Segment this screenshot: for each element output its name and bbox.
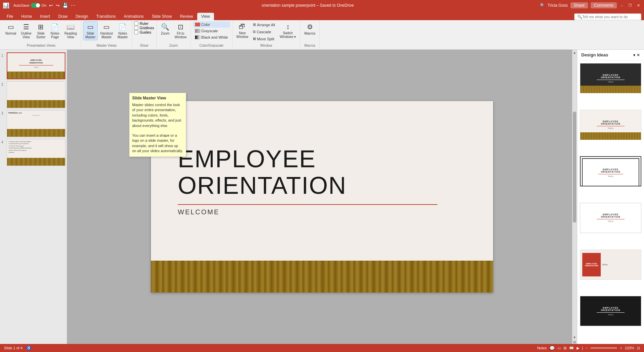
black-white-button[interactable]: Black and White xyxy=(193,34,230,40)
tab-transitions[interactable]: Transitions xyxy=(92,13,120,20)
slide-image-1[interactable]: EMPLOYEEORIENTATION TRICIA xyxy=(7,52,65,79)
guides-checkbox[interactable]: Guides xyxy=(134,30,154,34)
move-split-button[interactable]: ⊠ Move Split xyxy=(251,36,277,42)
notes-master-button[interactable]: 📄 NotesMaster xyxy=(116,21,130,40)
guides-check[interactable] xyxy=(134,30,138,34)
zoom-label: Zoom xyxy=(169,44,178,47)
slide-master-button[interactable]: ▭ SlideMaster xyxy=(83,21,98,40)
ruler-checkbox[interactable]: Ruler xyxy=(134,21,154,26)
slide-sorter-status-button[interactable]: ⊞ xyxy=(564,346,567,350)
notes-button[interactable]: Notes xyxy=(537,346,547,350)
design-card-4[interactable]: EMPLOYEEORIENTATION TRICIA xyxy=(580,203,641,233)
tooltip-title: Slide Master View xyxy=(132,96,183,100)
handout-master-button[interactable]: ▭ HandoutMaster xyxy=(98,21,115,40)
slide-image-4[interactable]: ▪ Employee Roles and Responsibilities ▪ … xyxy=(7,139,65,166)
tooltip-body-2: You can insert a shape or a logo on a sl… xyxy=(132,133,183,154)
slideshow-status-button[interactable]: ▶ xyxy=(577,346,579,350)
tab-animations[interactable]: Animations xyxy=(120,13,148,20)
design-card-1[interactable]: EMPLOYEEORIENTATION TRICIA xyxy=(580,63,641,93)
close-button[interactable]: ✕ xyxy=(636,3,641,8)
switch-windows-button[interactable]: ↕ SwitchWindows ▾ xyxy=(278,21,298,40)
comments-button[interactable]: Comments xyxy=(591,2,617,8)
dc4-line xyxy=(597,219,625,219)
tab-view[interactable]: View xyxy=(197,13,214,20)
design-card-5[interactable]: EMPLOYEEORIENTATION TRICIA xyxy=(580,250,641,280)
dc5-left: EMPLOYEEORIENTATION xyxy=(582,253,601,276)
design-panel-expand-icon[interactable]: ▾ xyxy=(633,53,635,57)
undo-icon[interactable]: ↩ xyxy=(49,3,53,8)
tab-home[interactable]: Home xyxy=(17,13,36,20)
slide-thumb-3[interactable]: 3 PARKDECK, LLC 🔧 Welcome xyxy=(1,110,65,137)
search-bar[interactable]: 🔍 xyxy=(574,13,641,20)
slide-thumb-2[interactable]: 2 xyxy=(1,81,65,108)
accessibility-icon[interactable]: ♿ xyxy=(26,346,31,350)
tab-review[interactable]: Review xyxy=(176,13,197,20)
share-button[interactable]: Share xyxy=(571,2,588,8)
zoom-slider[interactable] xyxy=(590,347,617,349)
slide-wood-footer xyxy=(151,261,493,293)
slide-image-3[interactable]: PARKDECK, LLC 🔧 Welcome xyxy=(7,110,65,137)
gridlines-check[interactable] xyxy=(134,26,138,30)
design-panel-close-button[interactable]: ✕ xyxy=(637,53,640,57)
slide-image-2[interactable] xyxy=(7,81,65,108)
design-card-3[interactable]: EMPLOYEEORIENTATION TRICIA xyxy=(580,156,641,186)
grayscale-button[interactable]: Grayscale xyxy=(193,28,230,34)
macros-button[interactable]: ⚙ Macros xyxy=(302,21,317,37)
slide-sorter-button[interactable]: ⊞ SlideSorter xyxy=(34,21,48,40)
reading-view-button[interactable]: 📖 ReadingView xyxy=(62,21,79,40)
slide-thumb-1[interactable]: 1 EMPLOYEEORIENTATION TRICIA xyxy=(1,52,65,79)
dc4-title: EMPLOYEEORIENTATION xyxy=(601,213,620,218)
restore-button[interactable]: ❐ xyxy=(627,3,633,8)
zoom-in-button[interactable]: + xyxy=(620,346,622,350)
tab-draw[interactable]: Draw xyxy=(54,13,71,20)
fit-to-window-button[interactable]: ⊡ Fit toWindow xyxy=(173,21,189,40)
zoom-level[interactable]: 103% xyxy=(625,346,634,350)
cascade-button[interactable]: ⧉ Cascade xyxy=(251,29,277,35)
tooltip-popup: Slide Master View Master slides control … xyxy=(129,93,186,157)
macros-label: Macros xyxy=(304,44,315,47)
normal-view-status-button[interactable]: ▭ xyxy=(557,346,561,350)
autosave-switch[interactable] xyxy=(31,3,40,8)
autosave-toggle[interactable]: AutoSave On xyxy=(13,3,46,8)
notes-page-button[interactable]: 📄 NotesPage xyxy=(48,21,62,40)
design-card-2[interactable]: EMPLOYEEORIENTATION TRICIA xyxy=(580,110,641,140)
tab-design[interactable]: Design xyxy=(71,13,92,20)
slide-number-4: 4 xyxy=(1,139,5,144)
scroll-up-button[interactable]: ▲ xyxy=(572,50,577,55)
new-window-button[interactable]: 🗗 NewWindow xyxy=(234,21,251,40)
minimize-button[interactable]: – xyxy=(620,3,624,8)
gridlines-label: Gridlines xyxy=(140,26,154,30)
ribbon-group-zoom: 🔍 Zoom ⊡ Fit toWindow Zoom xyxy=(157,21,191,49)
dc5-sub: TRICIA xyxy=(602,264,639,266)
design-card-6[interactable]: EMPLOYEEORIENTATION TRICIA xyxy=(580,296,641,326)
scroll-thumb[interactable] xyxy=(573,112,576,223)
scroll-down-button[interactable]: ▼ xyxy=(572,335,577,340)
tab-slideshow[interactable]: Slide Show xyxy=(148,13,176,20)
design-panel-title: Design Ideas xyxy=(581,52,608,57)
ruler-check[interactable] xyxy=(134,21,138,26)
color-button[interactable]: Color xyxy=(193,21,230,28)
zoom-out-button[interactable]: − xyxy=(586,346,588,350)
slide1-wood xyxy=(7,72,65,79)
outline-view-button[interactable]: ☰ OutlineView xyxy=(19,21,34,40)
normal-view-button[interactable]: ▭ Normal xyxy=(3,21,18,37)
tab-file[interactable]: File xyxy=(3,13,17,20)
zoom-button[interactable]: 🔍 Zoom xyxy=(159,21,172,37)
arrange-all-button[interactable]: ⊞ Arrange All xyxy=(251,21,277,28)
fit-slide-button[interactable]: ⊡ xyxy=(637,346,640,350)
save-icon[interactable]: 💾 xyxy=(62,3,68,8)
ribbon-group-presentation-views: ▭ Normal ☰ OutlineView ⊞ SlideSorter 📄 N… xyxy=(1,21,81,49)
new-window-icon: 🗗 xyxy=(239,23,246,31)
gridlines-checkbox[interactable]: Gridlines xyxy=(134,26,154,30)
redo-icon[interactable]: ↪ xyxy=(56,3,60,8)
tab-insert[interactable]: Insert xyxy=(36,13,54,20)
guides-label: Guides xyxy=(140,30,151,34)
reading-status-button[interactable]: 📖 xyxy=(569,346,574,350)
slide1-thumb-subtitle: TRICIA xyxy=(34,67,38,68)
search-input[interactable] xyxy=(582,15,636,19)
options-icon[interactable]: ⋯ xyxy=(71,3,75,8)
zoom-label: Zoom xyxy=(161,32,170,35)
comments-icon[interactable]: 💬 xyxy=(549,346,555,351)
slide-thumb-4[interactable]: 4 ▪ Employee Roles and Responsibilities … xyxy=(1,139,65,166)
scroll-adjust-button[interactable]: ⊞ xyxy=(573,340,576,344)
